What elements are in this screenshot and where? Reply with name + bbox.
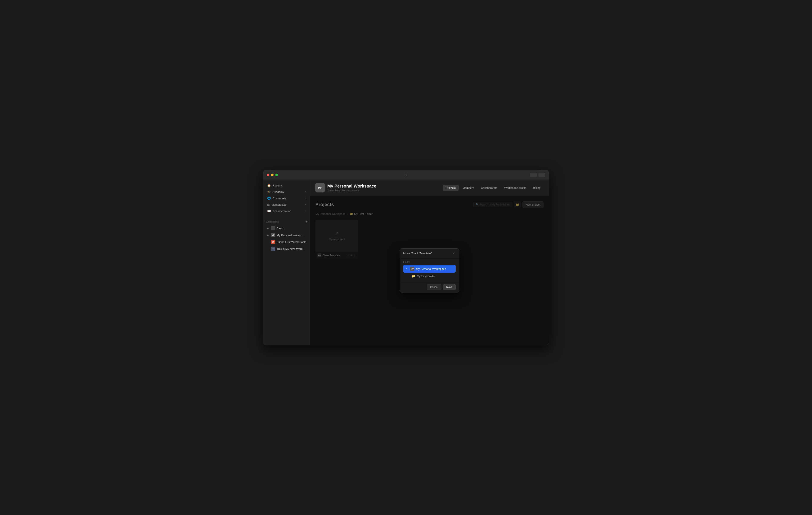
workspace-item-clutch[interactable]: ▶ Clutch: [265, 225, 308, 232]
modal-body: Folder ✓ MP My Personal Workspace 📁 My F…: [400, 258, 459, 282]
recents-label: Recents: [272, 184, 283, 187]
community-label: Community: [272, 197, 287, 200]
clutch-workspace-name: Clutch: [277, 227, 306, 230]
external-link-icon: ↗: [304, 191, 306, 193]
app-body: 🏠 Recents 🎓 Academy ↗ 🌐 Community: [263, 180, 549, 345]
sidebar-item-marketplace[interactable]: ⊞ Marketplace ↗: [265, 201, 308, 208]
title-bar-actions: [530, 173, 545, 177]
subfolder-name: My First Folder: [417, 275, 435, 278]
sidebar-nav: 🏠 Recents 🎓 Academy ↗ 🌐 Community: [263, 182, 310, 214]
add-workspace-button[interactable]: +: [306, 220, 308, 223]
minimize-button[interactable]: [271, 174, 273, 176]
external-link-icon-4: ↗: [304, 210, 306, 212]
academy-label: Academy: [272, 190, 284, 193]
tab-projects[interactable]: Projects: [443, 185, 459, 191]
move-button[interactable]: Move: [443, 284, 456, 290]
client-first-avatar: CF: [271, 240, 275, 244]
title-bar: ⊞: [263, 170, 549, 180]
sidebar-item-documentation[interactable]: 📖 Documentation ↗: [265, 208, 308, 214]
tab-members[interactable]: Members: [460, 185, 477, 191]
academy-icon: 🎓: [267, 190, 271, 193]
app-window: ⊞ 🏠 Recents 🎓 Academy: [263, 170, 549, 345]
tab-collaborators[interactable]: Collaborators: [478, 185, 500, 191]
sidebar: 🏠 Recents 🎓 Academy ↗ 🌐 Community: [263, 180, 310, 345]
home-icon: 🏠: [267, 184, 271, 187]
modal-overlay: Move "Blank Template" ✕ Folder ✓ MP My P…: [310, 196, 549, 345]
marketplace-icon: ⊞: [267, 203, 270, 206]
move-modal: Move "Blank Template" ✕ Folder ✓ MP My P…: [400, 248, 459, 293]
maximize-button[interactable]: [275, 174, 278, 176]
community-icon: 🌐: [267, 196, 271, 200]
title-bar-btn-2[interactable]: [539, 173, 545, 177]
modal-title: Move "Blank Template": [403, 252, 432, 255]
new-workspace-avatar: Ti: [271, 247, 275, 251]
my-personal-workspace-name: My Personal Workspace: [277, 234, 306, 237]
folder-item-my-personal-workspace[interactable]: ✓ MP My Personal Workspace: [403, 265, 456, 273]
title-bar-btn-1[interactable]: [530, 173, 537, 177]
my-personal-avatar: MP: [271, 233, 275, 237]
workspace-folder-name: My Personal Workspace: [416, 267, 446, 271]
tab-workspace-profile[interactable]: Workspace profile: [501, 185, 529, 191]
workspace-tabs: Projects Members Collaborators Workspace…: [443, 185, 544, 191]
sidebar-item-community[interactable]: 🌐 Community ↗: [265, 195, 308, 201]
chevron-icon: ▶: [267, 227, 270, 229]
workspace-folder-avatar: MP: [410, 267, 414, 271]
workspace-item-my-personal[interactable]: ▶ MP My Personal Workspace: [265, 232, 308, 239]
sub-folder-item-my-first-folder[interactable]: 📁 My First Folder: [403, 273, 456, 279]
folder-list: ✓ MP My Personal Workspace 📁 My First Fo…: [403, 265, 456, 279]
close-button[interactable]: [267, 174, 269, 176]
workspace-title: My Personal Workspace: [327, 184, 443, 189]
modal-close-button[interactable]: ✕: [452, 251, 456, 255]
folder-label: Folder: [403, 261, 456, 263]
documentation-label: Documentation: [272, 210, 291, 213]
external-link-icon-3: ↗: [304, 204, 306, 206]
chevron-icon-2: ▶: [267, 234, 270, 236]
workspace-info: My Personal Workspace 2 members | 0 coll…: [327, 184, 443, 192]
workspaces-section-header: Workspaces +: [263, 218, 310, 225]
traffic-lights: [267, 174, 278, 176]
content-area: Projects 🔍 📁 New project My Personal Wor…: [310, 196, 549, 345]
title-center: ⊞: [405, 173, 407, 177]
new-workspace-name: This is My New Workspace: [277, 247, 306, 250]
workspaces-label: Workspaces: [266, 220, 279, 223]
app-icon: ⊞: [405, 173, 407, 177]
clutch-avatar: [271, 226, 275, 231]
workspace-header-avatar: MP: [315, 183, 325, 192]
modal-footer: Cancel Move: [400, 282, 459, 292]
check-icon: ✓: [405, 267, 408, 270]
workspace-meta: 2 members | 0 collaborators: [327, 189, 443, 192]
subfolder-icon: 📁: [412, 275, 415, 278]
modal-header: Move "Blank Template" ✕: [400, 248, 459, 258]
workspace-header: MP My Personal Workspace 2 members | 0 c…: [310, 180, 549, 196]
main-content: MP My Personal Workspace 2 members | 0 c…: [310, 180, 549, 345]
workspace-item-client-first[interactable]: CF Client: First Wired Bank: [265, 239, 308, 245]
sidebar-item-academy[interactable]: 🎓 Academy ↗: [265, 189, 308, 195]
client-first-workspace-name: Client: First Wired Bank: [277, 240, 306, 244]
sidebar-item-recents[interactable]: 🏠 Recents: [265, 182, 308, 189]
cancel-button[interactable]: Cancel: [427, 284, 441, 290]
tab-billing[interactable]: Billing: [530, 185, 544, 191]
docs-icon: 📖: [267, 209, 271, 213]
external-link-icon-2: ↗: [304, 197, 306, 199]
marketplace-label: Marketplace: [271, 203, 287, 206]
workspace-item-new-workspace[interactable]: Ti This is My New Workspace: [265, 245, 308, 252]
